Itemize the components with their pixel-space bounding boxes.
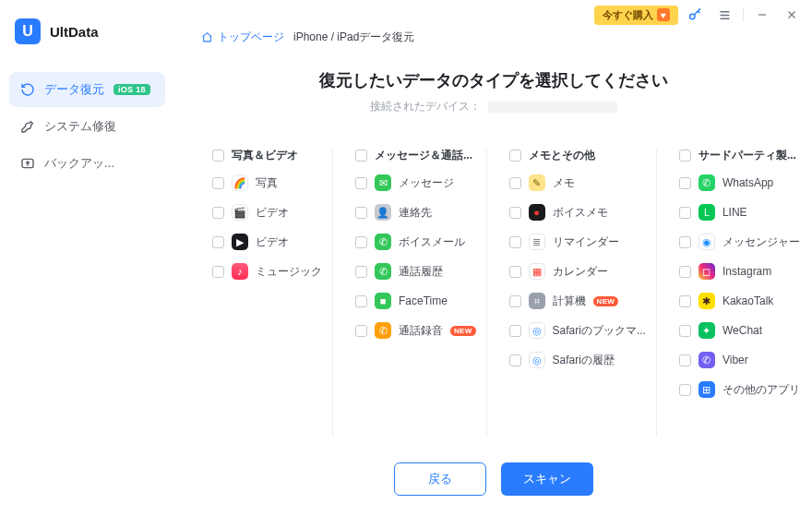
checkbox-other[interactable] <box>679 384 691 396</box>
checkbox-facetime[interactable] <box>355 295 367 307</box>
item-label: ボイスメモ <box>553 205 608 221</box>
photos-icon: 🌈 <box>232 174 248 191</box>
item-label: ボイスメール <box>399 234 465 250</box>
voicememo-icon: ● <box>529 204 545 221</box>
checkbox-safari-bm[interactable] <box>509 325 521 337</box>
breadcrumb-home-label: トップページ <box>218 30 284 45</box>
connected-device-label: 接続されたデバイス： <box>370 100 481 113</box>
item-notes[interactable]: ✎メモ <box>508 173 650 193</box>
line-icon: L <box>699 204 715 221</box>
voicemail-icon: ✆ <box>375 234 391 250</box>
item-voicemail[interactable]: ✆ボイスメール <box>353 232 480 252</box>
item-label: WhatsApp <box>722 176 773 189</box>
backup-icon <box>20 156 35 171</box>
item-viber[interactable]: ✆Viber <box>677 350 804 370</box>
column-notes: メモとその他✎メモ●ボイスメモ≣リマインダー▦カレンダー⌗計算機NEW◎Safa… <box>498 135 657 451</box>
breadcrumb-current: iPhone / iPadデータ復元 <box>293 30 414 45</box>
checkbox-calendar[interactable] <box>509 266 521 278</box>
back-button[interactable]: 戻る <box>394 462 486 496</box>
new-badge: NEW <box>593 296 619 306</box>
item-kakaotalk[interactable]: ✱KakaoTalk <box>677 291 804 311</box>
messages-icon: ✉ <box>375 174 391 191</box>
item-line[interactable]: LLINE <box>677 202 804 222</box>
item-contacts[interactable]: 👤連絡先 <box>353 202 480 222</box>
checkbox-contacts[interactable] <box>355 207 367 219</box>
repair-icon <box>20 119 35 134</box>
item-instagram[interactable]: ◻Instagram <box>677 261 804 282</box>
item-safari-bm[interactable]: ◎Safariのブックマ... <box>508 320 650 341</box>
checkbox-messenger[interactable] <box>679 236 691 248</box>
scan-button-label: スキャン <box>523 472 571 486</box>
connected-device-value <box>488 102 617 113</box>
column-thirdparty: サードパーティ製...✆WhatsAppLLINE◉メッセンジャー◻Instag… <box>668 135 811 451</box>
item-label: LINE <box>722 206 747 219</box>
item-calls[interactable]: ✆通話履歴 <box>353 261 480 282</box>
column-heading: サードパーティ製... <box>699 148 796 163</box>
item-messages[interactable]: ✉メッセージ <box>353 173 480 193</box>
item-calculator[interactable]: ⌗計算機NEW <box>508 291 650 311</box>
item-label: ミュージック <box>256 264 322 280</box>
item-label: 連絡先 <box>399 205 432 221</box>
footer-actions: 戻る スキャン <box>201 451 786 503</box>
item-reminders[interactable]: ≣リマインダー <box>508 232 650 252</box>
checkbox-media-all[interactable] <box>212 150 224 162</box>
checkbox-kakaotalk[interactable] <box>679 295 691 307</box>
checkbox-notes-all[interactable] <box>509 150 521 162</box>
item-photos[interactable]: 🌈写真 <box>210 173 326 193</box>
column-heading: メッセージ＆通話... <box>375 148 472 163</box>
checkbox-voicemail[interactable] <box>355 236 367 248</box>
checkbox-photos[interactable] <box>212 177 224 189</box>
videos-cam-icon: 🎬 <box>232 204 248 221</box>
checkbox-messages-all[interactable] <box>355 150 367 162</box>
item-voicememo[interactable]: ●ボイスメモ <box>508 202 650 222</box>
item-safari-his[interactable]: ◎Safariの履歴 <box>508 350 650 370</box>
scan-button[interactable]: スキャン <box>501 462 593 496</box>
sidebar-item-label: データ復元 <box>44 81 104 98</box>
checkbox-music[interactable] <box>212 266 224 278</box>
item-messenger[interactable]: ◉メッセンジャー <box>677 232 804 252</box>
item-wechat[interactable]: ✦WeChat <box>677 320 804 341</box>
checkbox-viber[interactable] <box>679 354 691 366</box>
sidebar-item-label: システム修復 <box>44 118 116 135</box>
checkbox-thirdparty-all[interactable] <box>679 150 691 162</box>
checkbox-voicememo[interactable] <box>509 207 521 219</box>
logo-mark-icon: U <box>15 18 41 44</box>
checkbox-calculator[interactable] <box>509 295 521 307</box>
item-label: 計算機 <box>553 294 586 309</box>
checkbox-safari-his[interactable] <box>509 354 521 366</box>
checkbox-notes[interactable] <box>509 177 521 189</box>
checkbox-videos-tv[interactable] <box>212 236 224 248</box>
item-label: 写真 <box>256 175 278 191</box>
page-title: 復元したいデータのタイプを選択してください <box>201 69 786 91</box>
checkbox-messages[interactable] <box>355 177 367 189</box>
sidebar-item-repair[interactable]: システム修復 <box>9 109 165 144</box>
reminders-icon: ≣ <box>529 234 545 250</box>
checkbox-line[interactable] <box>679 207 691 219</box>
item-label: メッセージ <box>399 175 454 191</box>
calls-icon: ✆ <box>375 263 391 280</box>
back-button-label: 戻る <box>428 472 452 486</box>
checkbox-instagram[interactable] <box>679 266 691 278</box>
viber-icon: ✆ <box>699 352 715 368</box>
item-whatsapp[interactable]: ✆WhatsApp <box>677 173 804 193</box>
item-facetime[interactable]: ■FaceTime <box>353 291 480 311</box>
checkbox-calls[interactable] <box>355 266 367 278</box>
item-music[interactable]: ♪ミュージック <box>210 261 326 282</box>
sidebar-item-recover[interactable]: データ復元iOS 18 <box>9 72 165 107</box>
instagram-icon: ◻ <box>699 263 715 280</box>
checkbox-wechat[interactable] <box>679 325 691 337</box>
sidebar-item-backup[interactable]: バックアッ... <box>9 146 165 181</box>
item-other[interactable]: ⊞その他のアプリ <box>677 379 804 400</box>
item-videos-tv[interactable]: ▶ビデオ <box>210 232 326 252</box>
checkbox-videos-cam[interactable] <box>212 207 224 219</box>
checkbox-reminders[interactable] <box>509 236 521 248</box>
checkbox-whatsapp[interactable] <box>679 177 691 189</box>
item-label: KakaoTalk <box>722 294 773 307</box>
item-calendar[interactable]: ▦カレンダー <box>508 261 650 282</box>
safari-bm-icon: ◎ <box>529 322 545 339</box>
item-label: 通話履歴 <box>399 264 443 280</box>
breadcrumb-home-link[interactable]: トップページ <box>201 30 284 45</box>
checkbox-callrec[interactable] <box>355 325 367 337</box>
item-videos-cam[interactable]: 🎬ビデオ <box>210 202 326 222</box>
item-callrec[interactable]: ✆通話録音NEW <box>353 320 480 341</box>
